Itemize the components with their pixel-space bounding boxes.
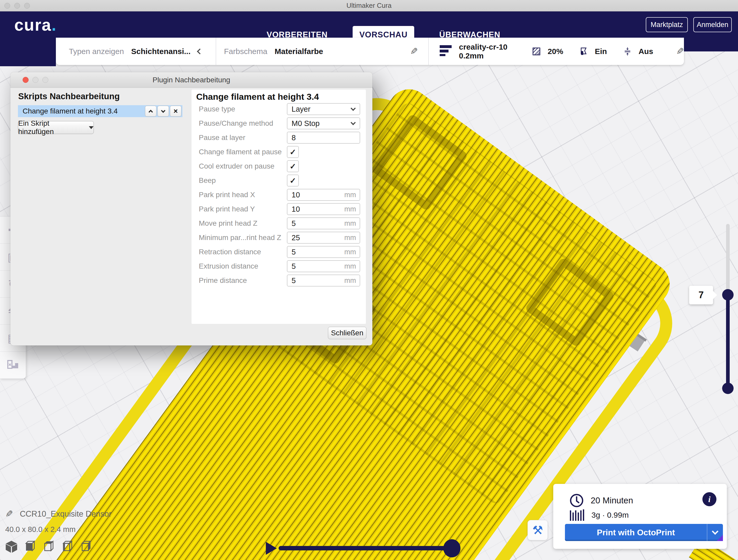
chevron-down-icon — [351, 106, 356, 111]
post-processing-dialog: Plugin Nachbearbeitung Skripts Nachbearb… — [10, 72, 372, 346]
logo-dot: . — [51, 16, 57, 34]
stairs-icon — [6, 359, 20, 372]
window-minimize-button[interactable] — [14, 3, 20, 9]
signin-label: Anmelden — [697, 21, 728, 29]
dialog-minimize-traffic-light[interactable] — [32, 77, 38, 83]
unit-label: mm — [344, 276, 356, 285]
minimum-park-z-input[interactable]: 25 mm — [287, 232, 360, 243]
script-settings-panel: Change filament at height 3.4 Pause type… — [192, 90, 366, 324]
input-value: 5 — [292, 276, 344, 285]
check-icon: ✓ — [290, 176, 296, 185]
chevron-down-icon — [712, 528, 718, 535]
play-button[interactable] — [266, 542, 277, 555]
marketplace-button[interactable]: Marktplatz — [646, 17, 688, 32]
header-left-extension — [0, 38, 56, 66]
move-z-input[interactable]: 5 mm — [287, 217, 360, 229]
setting-label: Pause type — [199, 103, 235, 115]
camera-view-presets — [5, 540, 93, 554]
model-dimensions: 40.0 x 80.0 x 2.4 mm — [5, 525, 111, 534]
script-name: Change filament at height 3.4 — [23, 107, 145, 115]
prime-distance-input[interactable]: 5 mm — [287, 274, 360, 287]
octoprint-settings-button[interactable]: ⚒ — [527, 520, 548, 540]
view-top-icon[interactable] — [42, 540, 56, 554]
setting-row: Minimum par...rint head Z 25 mm — [192, 232, 366, 243]
window-title: Ultimaker Cura — [346, 2, 391, 10]
unit-label: mm — [344, 234, 356, 242]
park-y-input[interactable]: 10 mm — [287, 203, 360, 215]
edit-pencil-icon[interactable]: ✎ — [410, 46, 418, 57]
info-icon[interactable]: i — [702, 492, 716, 506]
application-window: ✚ ▣ ↻ ⇋ ▤ 7 ⚒ ✎ CCR10_Exquisite Densor 4… — [0, 0, 738, 560]
view-front-icon[interactable] — [23, 540, 37, 554]
color-scheme-selector[interactable]: Farbschema Materialfarbe ✎ — [216, 46, 428, 57]
beep-checkbox[interactable]: ✓ — [287, 174, 299, 186]
retraction-distance-input[interactable]: 5 mm — [287, 246, 360, 258]
view-right-icon[interactable] — [79, 540, 93, 554]
script-list-item-selected[interactable]: Change filament at height 3.4 × — [18, 105, 182, 117]
move-script-down-button[interactable] — [157, 106, 169, 117]
window-zoom-button[interactable] — [24, 3, 30, 9]
model-info: ✎ CCR10_Exquisite Densor 40.0 x 80.0 x 2… — [5, 509, 111, 534]
setting-row: Pause at layer 8 — [192, 132, 366, 144]
extrusion-distance-input[interactable]: 5 mm — [287, 260, 360, 272]
chevron-down-icon — [161, 108, 165, 113]
add-script-button[interactable]: Ein Skript hinzufügen — [18, 121, 94, 134]
cool-extruder-checkbox[interactable]: ✓ — [287, 160, 299, 172]
setting-row: Move print head Z 5 mm — [192, 217, 366, 229]
setting-row: Pause/Change method M0 Stop — [192, 117, 366, 129]
pause-at-layer-input[interactable]: 8 — [287, 132, 360, 144]
input-value: 5 — [292, 248, 344, 256]
input-value: 10 — [292, 191, 344, 199]
view-3d-icon[interactable] — [5, 540, 18, 554]
print-with-octoprint-button[interactable]: Print with OctoPrint — [565, 524, 723, 541]
setting-label: Move print head Z — [199, 217, 258, 229]
current-layer-badge: 7 — [689, 286, 713, 305]
close-dialog-button[interactable]: Schließen — [328, 327, 366, 339]
view-type-label: Typen anzeigen — [69, 47, 124, 56]
remove-script-button[interactable]: × — [170, 106, 181, 117]
close-button-label: Schließen — [331, 329, 364, 337]
dialog-maximize-traffic-light[interactable] — [42, 77, 48, 83]
setting-row: Cool extruder on pause ✓ — [192, 160, 366, 172]
cura-logo: cura. — [14, 15, 57, 35]
view-type-value: Schichtenansi... — [131, 47, 191, 56]
layer-slider-lower-handle[interactable] — [722, 383, 734, 394]
infill-icon — [532, 45, 540, 57]
check-icon: ✓ — [290, 162, 296, 171]
change-filament-checkbox[interactable]: ✓ — [287, 146, 299, 158]
rename-model-icon[interactable]: ✎ — [5, 509, 13, 520]
preview-toolbar: Typen anzeigen Schichtenansi... Farbsche… — [56, 38, 684, 65]
simulation-slider-track[interactable] — [279, 546, 452, 550]
input-value: 5 — [292, 262, 344, 270]
unit-label: mm — [344, 191, 356, 199]
macos-titlebar[interactable]: Ultimaker Cura — [0, 0, 738, 11]
view-type-selector[interactable]: Typen anzeigen Schichtenansi... — [56, 47, 216, 56]
infill-value: 20% — [547, 47, 563, 56]
wrench-icon: ⚒ — [532, 523, 543, 537]
layer-slider-upper-handle[interactable] — [722, 289, 734, 301]
scripts-heading: Skripts Nachbearbeitung — [18, 91, 120, 101]
window-close-button[interactable] — [4, 3, 10, 9]
setting-label: Retraction distance — [199, 246, 261, 258]
view-left-icon[interactable] — [61, 540, 74, 554]
unit-label: mm — [344, 248, 356, 256]
adhesion-icon — [624, 45, 632, 58]
move-script-up-button[interactable] — [145, 106, 156, 117]
pause-method-select[interactable]: M0 Stop — [287, 117, 360, 129]
pause-type-select[interactable]: Layer — [287, 103, 360, 115]
unit-label: mm — [344, 262, 356, 270]
support-blocker-icon[interactable] — [0, 352, 26, 379]
dialog-titlebar[interactable]: Plugin Nachbearbeitung — [10, 72, 372, 88]
simulation-slider-handle[interactable] — [443, 539, 460, 557]
support-icon — [580, 45, 588, 58]
signin-button[interactable]: Anmelden — [693, 17, 732, 32]
edit-print-settings-icon[interactable]: ✎ — [676, 46, 684, 57]
print-settings-summary[interactable]: creality-cr-10 0.2mm 20% Ein Aus ✎ — [429, 43, 684, 60]
print-options-dropdown[interactable] — [707, 524, 723, 541]
chevron-up-icon — [149, 110, 153, 114]
dialog-close-traffic-light[interactable] — [23, 77, 29, 83]
park-x-input[interactable]: 10 mm — [287, 189, 360, 201]
marketplace-label: Marktplatz — [651, 21, 683, 29]
layer-slider-range[interactable] — [726, 295, 730, 388]
chevron-left-icon[interactable] — [197, 48, 203, 54]
